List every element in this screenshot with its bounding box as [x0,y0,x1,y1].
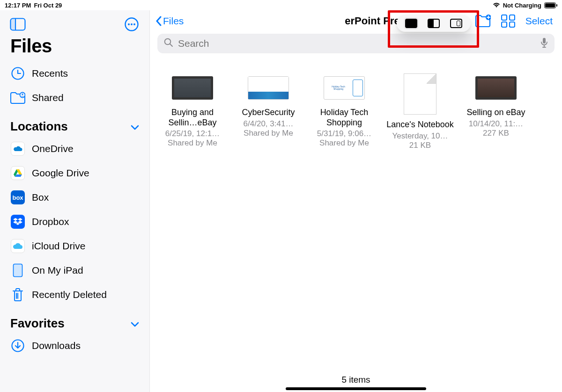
slideover-option[interactable] [450,19,462,28]
svg-rect-22 [543,38,546,44]
status-date: Fri Oct 29 [34,2,62,9]
svg-rect-1 [545,3,555,7]
view-options-button[interactable] [501,15,515,28]
file-name: Selling on eBay [466,108,525,118]
content-header: Files erPoint Presentations Select [150,10,562,30]
files-grid: Buying and Sellin…eBay 6/25/19, 12:1… Sh… [150,57,562,368]
file-sub: Shared by Me [168,138,217,148]
file-meta: 6/25/19, 12:1… [165,129,220,138]
status-time: 12:17 PM [5,2,31,9]
sidebar-item-onedrive[interactable]: OneDrive [0,137,149,161]
sidebar-item-label: Recently Deleted [32,289,107,300]
sidebar-item-dropbox[interactable]: Dropbox [0,210,149,234]
file-meta: Yesterday, 10… [392,131,448,141]
sidebar-item-downloads[interactable]: Downloads [0,334,149,358]
multitasking-pill [397,15,471,32]
file-name: Lance's Notebook [386,120,454,130]
search-bar[interactable] [157,34,555,53]
sidebar-item-label: Dropbox [32,216,69,227]
home-indicator[interactable] [286,387,426,390]
file-thumbnail: Holiday TechShopping [321,73,368,103]
file-item[interactable]: Buying and Sellin…eBay 6/25/19, 12:1… Sh… [155,73,230,150]
svg-rect-5 [11,19,15,29]
file-thumbnail [245,73,292,103]
more-options-button[interactable] [122,15,141,34]
svg-rect-13 [14,264,22,277]
sidebar-item-label: iCloud Drive [32,240,85,252]
sidebar-item-icloud[interactable]: iCloud Drive [0,234,149,258]
file-meta: 5/31/19, 9:06… [317,129,371,138]
battery-icon [544,2,557,8]
file-meta: 6/4/20, 3:41… [244,119,294,129]
clock-icon [10,66,25,81]
sidebar-item-label: Google Drive [32,167,89,179]
multitasking-overlay [388,10,479,48]
svg-point-12 [22,94,23,95]
locations-header[interactable]: Locations [0,110,149,137]
chevron-down-icon [131,316,139,331]
svg-point-7 [128,23,130,25]
box-icon: box [10,190,25,205]
ipad-icon [10,263,25,278]
dropbox-icon [10,214,25,229]
favorites-header[interactable]: Favorites [0,307,149,334]
back-button[interactable]: Files [155,15,184,27]
icloud-icon [10,239,25,254]
trash-icon [10,287,25,302]
sidebar-item-label: On My iPad [32,265,83,276]
file-sub: 227 KB [483,129,509,138]
sidebar-item-label: Recents [32,68,68,79]
section-header-label: Locations [10,119,68,134]
file-thumbnail [169,73,216,103]
file-item[interactable]: Holiday TechShopping Holiday Tech Shoppi… [306,73,382,150]
file-item[interactable]: CyberSecurity 6/4/20, 3:41… Shared by Me [230,73,306,150]
toggle-sidebar-button[interactable] [8,15,27,34]
onedrive-icon [10,141,25,156]
content-area: Files erPoint Presentations Select [150,10,562,392]
svg-rect-16 [502,15,507,20]
svg-point-8 [131,23,133,25]
file-meta: 10/14/20, 11:… [469,119,523,129]
svg-rect-17 [510,15,515,20]
chevron-left-icon [155,16,162,26]
search-input[interactable] [178,38,536,49]
file-sub: 21 KB [409,141,431,150]
svg-point-9 [133,23,135,25]
sidebar-item-onmyipad[interactable]: On My iPad [0,258,149,283]
file-item[interactable]: Selling on eBay 10/14/20, 11:… 227 KB [458,73,534,150]
back-label: Files [163,15,184,27]
sidebar-item-recently-deleted[interactable]: Recently Deleted [0,283,149,307]
status-bar: 12:17 PM Fri Oct 29 Not Charging [0,0,562,10]
select-button[interactable]: Select [525,15,553,27]
sidebar: Files Recents Shared Locations [0,10,150,392]
item-count: 5 items [341,375,370,385]
file-sub: Shared by Me [319,138,369,148]
file-name: Buying and Sellin…eBay [157,108,228,128]
sidebar-item-googledrive[interactable]: Google Drive [0,161,149,185]
svg-line-21 [170,44,172,46]
footer: 5 items [150,368,562,392]
wifi-icon [493,2,500,8]
shared-folder-icon [10,90,25,105]
sidebar-item-label: Box [32,192,49,203]
downloads-icon [10,338,25,353]
sidebar-item-shared[interactable]: Shared [0,86,149,110]
battery-text: Not Charging [503,2,541,9]
file-name: Holiday Tech Shopping [309,108,379,128]
fullscreen-option[interactable] [405,19,417,28]
sidebar-title: Files [0,34,149,61]
svg-rect-19 [510,22,515,27]
file-item[interactable]: Lance's Notebook Yesterday, 10… 21 KB [382,73,458,150]
mic-icon[interactable] [540,37,548,50]
file-name: CyberSecurity [242,108,295,118]
svg-rect-2 [556,4,557,7]
sidebar-item-label: OneDrive [32,143,74,154]
sidebar-item-label: Downloads [32,340,81,351]
file-thumbnail [397,73,444,115]
section-header-label: Favorites [10,316,65,331]
sidebar-item-recents[interactable]: Recents [0,61,149,86]
splitview-option[interactable] [428,19,440,28]
sidebar-item-label: Shared [32,92,64,103]
chevron-down-icon [131,119,139,134]
sidebar-item-box[interactable]: box Box [0,185,149,210]
